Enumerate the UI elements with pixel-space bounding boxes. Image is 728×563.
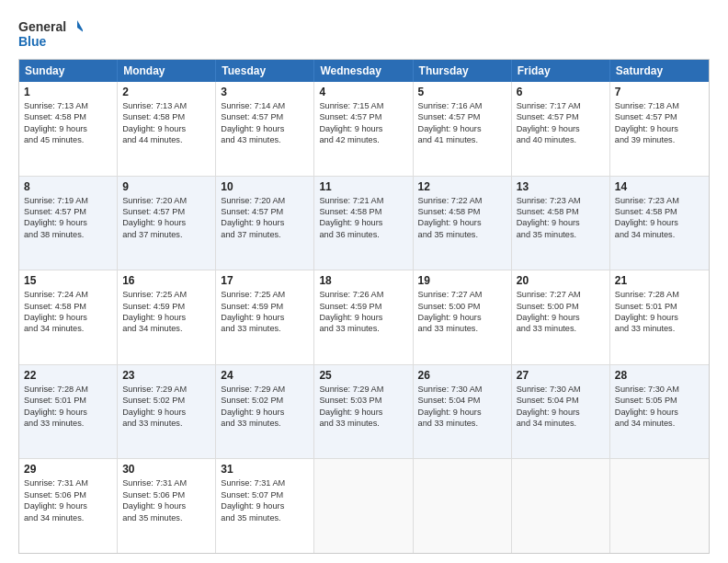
day-number: 8: [24, 180, 112, 193]
day-info: Sunrise: 7:20 AMSunset: 4:57 PMDaylight:…: [122, 195, 210, 241]
day-info: Sunrise: 7:27 AMSunset: 5:00 PMDaylight:…: [517, 289, 605, 335]
day-number: 17: [221, 274, 309, 287]
day-cell-4-6: [610, 459, 709, 553]
week-row-3: 15Sunrise: 7:24 AMSunset: 4:58 PMDayligh…: [19, 270, 709, 365]
day-cell-3-1: 23Sunrise: 7:29 AMSunset: 5:02 PMDayligh…: [118, 365, 216, 459]
day-number: 2: [122, 86, 210, 98]
day-info: Sunrise: 7:27 AMSunset: 5:00 PMDaylight:…: [418, 289, 506, 335]
day-number: 4: [319, 86, 407, 98]
day-cell-1-1: 9Sunrise: 7:20 AMSunset: 4:57 PMDaylight…: [118, 177, 216, 270]
day-info: Sunrise: 7:26 AMSunset: 4:59 PMDaylight:…: [319, 289, 407, 335]
week-row-1: 1Sunrise: 7:13 AMSunset: 4:58 PMDaylight…: [19, 82, 709, 177]
day-number: 7: [615, 86, 704, 98]
calendar-body: 1Sunrise: 7:13 AMSunset: 4:58 PMDaylight…: [19, 82, 709, 553]
logo-svg: General Blue: [18, 17, 83, 52]
day-cell-1-5: 13Sunrise: 7:23 AMSunset: 4:58 PMDayligh…: [512, 177, 610, 270]
day-cell-1-0: 8Sunrise: 7:19 AMSunset: 4:57 PMDaylight…: [19, 177, 118, 270]
day-info: Sunrise: 7:31 AMSunset: 5:07 PMDaylight:…: [221, 477, 309, 523]
header-thursday: Thursday: [414, 60, 512, 82]
day-info: Sunrise: 7:29 AMSunset: 5:02 PMDaylight:…: [221, 384, 309, 430]
day-number: 30: [122, 463, 210, 476]
day-number: 31: [221, 463, 309, 476]
day-cell-4-4: [414, 459, 512, 553]
day-cell-3-3: 25Sunrise: 7:29 AMSunset: 5:03 PMDayligh…: [314, 365, 413, 459]
day-info: Sunrise: 7:13 AMSunset: 4:58 PMDaylight:…: [122, 100, 210, 146]
logo: General Blue: [18, 17, 83, 52]
day-number: 6: [517, 86, 605, 98]
day-cell-0-4: 5Sunrise: 7:16 AMSunset: 4:57 PMDaylight…: [414, 82, 512, 176]
day-number: 18: [319, 274, 407, 287]
day-number: 14: [615, 180, 704, 193]
day-number: 10: [221, 180, 309, 193]
svg-text:Blue: Blue: [18, 34, 47, 49]
day-cell-2-6: 21Sunrise: 7:28 AMSunset: 5:01 PMDayligh…: [610, 270, 709, 364]
day-number: 20: [517, 274, 605, 287]
day-cell-1-2: 10Sunrise: 7:20 AMSunset: 4:57 PMDayligh…: [216, 177, 314, 270]
day-number: 15: [24, 274, 112, 287]
day-cell-3-6: 28Sunrise: 7:30 AMSunset: 5:05 PMDayligh…: [610, 365, 709, 459]
day-info: Sunrise: 7:20 AMSunset: 4:57 PMDaylight:…: [221, 195, 309, 241]
week-row-2: 8Sunrise: 7:19 AMSunset: 4:57 PMDaylight…: [19, 177, 709, 271]
day-cell-0-1: 2Sunrise: 7:13 AMSunset: 4:58 PMDaylight…: [118, 82, 216, 176]
day-info: Sunrise: 7:15 AMSunset: 4:57 PMDaylight:…: [319, 100, 407, 146]
header-sunday: Sunday: [19, 60, 118, 82]
header-saturday: Saturday: [610, 60, 709, 82]
day-cell-1-3: 11Sunrise: 7:21 AMSunset: 4:58 PMDayligh…: [314, 177, 413, 270]
day-cell-2-5: 20Sunrise: 7:27 AMSunset: 5:00 PMDayligh…: [512, 270, 610, 364]
day-cell-0-3: 4Sunrise: 7:15 AMSunset: 4:57 PMDaylight…: [314, 82, 413, 176]
day-info: Sunrise: 7:16 AMSunset: 4:57 PMDaylight:…: [418, 100, 506, 146]
day-cell-4-0: 29Sunrise: 7:31 AMSunset: 5:06 PMDayligh…: [19, 459, 118, 553]
day-number: 11: [319, 180, 407, 193]
day-info: Sunrise: 7:24 AMSunset: 4:58 PMDaylight:…: [24, 289, 112, 335]
day-cell-4-5: [512, 459, 610, 553]
day-info: Sunrise: 7:25 AMSunset: 4:59 PMDaylight:…: [221, 289, 309, 335]
day-cell-1-6: 14Sunrise: 7:23 AMSunset: 4:58 PMDayligh…: [610, 177, 709, 270]
day-number: 29: [24, 463, 112, 476]
day-cell-2-3: 18Sunrise: 7:26 AMSunset: 4:59 PMDayligh…: [314, 270, 413, 364]
week-row-4: 22Sunrise: 7:28 AMSunset: 5:01 PMDayligh…: [19, 365, 709, 460]
day-info: Sunrise: 7:18 AMSunset: 4:57 PMDaylight:…: [615, 100, 704, 146]
day-cell-2-0: 15Sunrise: 7:24 AMSunset: 4:58 PMDayligh…: [19, 270, 118, 364]
header-friday: Friday: [512, 60, 610, 82]
day-info: Sunrise: 7:22 AMSunset: 4:58 PMDaylight:…: [418, 195, 506, 241]
day-info: Sunrise: 7:28 AMSunset: 5:01 PMDaylight:…: [615, 289, 704, 335]
header: General Blue: [18, 17, 710, 52]
day-cell-0-0: 1Sunrise: 7:13 AMSunset: 4:58 PMDaylight…: [19, 82, 118, 176]
day-info: Sunrise: 7:29 AMSunset: 5:03 PMDaylight:…: [319, 384, 407, 430]
day-number: 3: [221, 86, 309, 98]
svg-marker-2: [77, 20, 83, 33]
day-info: Sunrise: 7:17 AMSunset: 4:57 PMDaylight:…: [517, 100, 605, 146]
calendar-header: SundayMondayTuesdayWednesdayThursdayFrid…: [19, 60, 709, 82]
day-number: 28: [615, 369, 704, 382]
day-cell-2-4: 19Sunrise: 7:27 AMSunset: 5:00 PMDayligh…: [414, 270, 512, 364]
day-number: 1: [24, 86, 112, 98]
day-info: Sunrise: 7:14 AMSunset: 4:57 PMDaylight:…: [221, 100, 309, 146]
day-number: 5: [418, 86, 506, 98]
day-number: 27: [517, 369, 605, 382]
day-number: 25: [319, 369, 407, 382]
day-cell-3-0: 22Sunrise: 7:28 AMSunset: 5:01 PMDayligh…: [19, 365, 118, 459]
day-number: 24: [221, 369, 309, 382]
header-tuesday: Tuesday: [216, 60, 314, 82]
day-number: 13: [517, 180, 605, 193]
svg-text:General: General: [18, 19, 66, 34]
week-row-5: 29Sunrise: 7:31 AMSunset: 5:06 PMDayligh…: [19, 459, 709, 553]
day-cell-2-1: 16Sunrise: 7:25 AMSunset: 4:59 PMDayligh…: [118, 270, 216, 364]
page: General Blue SundayMondayTuesdayWednesda…: [0, 0, 728, 563]
day-cell-3-2: 24Sunrise: 7:29 AMSunset: 5:02 PMDayligh…: [216, 365, 314, 459]
day-cell-4-1: 30Sunrise: 7:31 AMSunset: 5:06 PMDayligh…: [118, 459, 216, 553]
day-info: Sunrise: 7:23 AMSunset: 4:58 PMDaylight:…: [517, 195, 605, 241]
day-number: 9: [122, 180, 210, 193]
day-info: Sunrise: 7:23 AMSunset: 4:58 PMDaylight:…: [615, 195, 704, 241]
day-cell-1-4: 12Sunrise: 7:22 AMSunset: 4:58 PMDayligh…: [414, 177, 512, 270]
calendar: SundayMondayTuesdayWednesdayThursdayFrid…: [18, 59, 710, 554]
day-info: Sunrise: 7:31 AMSunset: 5:06 PMDaylight:…: [122, 477, 210, 523]
day-number: 23: [122, 369, 210, 382]
day-cell-0-2: 3Sunrise: 7:14 AMSunset: 4:57 PMDaylight…: [216, 82, 314, 176]
day-cell-2-2: 17Sunrise: 7:25 AMSunset: 4:59 PMDayligh…: [216, 270, 314, 364]
day-number: 16: [122, 274, 210, 287]
day-info: Sunrise: 7:31 AMSunset: 5:06 PMDaylight:…: [24, 477, 112, 523]
day-info: Sunrise: 7:25 AMSunset: 4:59 PMDaylight:…: [122, 289, 210, 335]
day-cell-3-4: 26Sunrise: 7:30 AMSunset: 5:04 PMDayligh…: [414, 365, 512, 459]
day-cell-3-5: 27Sunrise: 7:30 AMSunset: 5:04 PMDayligh…: [512, 365, 610, 459]
